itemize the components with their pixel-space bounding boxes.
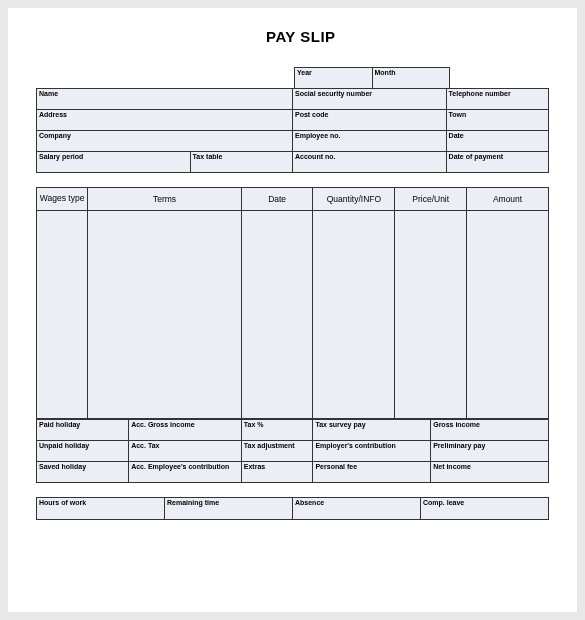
col-quantity: Quantity/INFO xyxy=(313,188,395,211)
salary-period-cell: Salary period xyxy=(37,152,191,173)
tax-percent: Tax % xyxy=(241,420,313,441)
unpaid-holiday: Unpaid holiday xyxy=(37,441,129,462)
acc-employees-contribution: Acc. Employee's contribution xyxy=(129,462,242,483)
gross-income: Gross income xyxy=(431,420,549,441)
ssn-cell: Social security number xyxy=(292,89,446,110)
personal-fee: Personal fee xyxy=(313,462,431,483)
wages-table: Wages type Terms Date Quantity/INFO Pric… xyxy=(36,187,549,419)
hours-of-work: Hours of work xyxy=(37,498,165,520)
wages-body-1 xyxy=(37,211,88,419)
extras: Extras xyxy=(241,462,313,483)
employee-no-cell: Employee no. xyxy=(292,131,446,152)
acc-tax: Acc. Tax xyxy=(129,441,242,462)
name-cell: Name xyxy=(37,89,293,110)
comp-leave: Comp. leave xyxy=(421,498,549,520)
account-no-cell: Account no. xyxy=(292,152,446,173)
year-month-table: Year Month xyxy=(294,67,450,89)
footer-table: Hours of work Remaining time Absence Com… xyxy=(36,497,549,520)
preliminary-pay: Preliminary pay xyxy=(431,441,549,462)
saved-holiday: Saved holiday xyxy=(37,462,129,483)
month-cell: Month xyxy=(372,68,450,89)
wages-body-2 xyxy=(88,211,242,419)
date-cell: Date xyxy=(446,131,548,152)
info-table: Name Social security number Telephone nu… xyxy=(36,88,549,173)
col-terms: Terms xyxy=(88,188,242,211)
col-wages-type: Wages type xyxy=(37,188,88,211)
year-cell: Year xyxy=(295,68,373,89)
wages-body-4 xyxy=(313,211,395,419)
absence: Absence xyxy=(293,498,421,520)
postcode-cell: Post code xyxy=(292,110,446,131)
tax-table-cell: Tax table xyxy=(190,152,292,173)
tax-adjustment: Tax adjustment xyxy=(241,441,313,462)
col-date: Date xyxy=(241,188,313,211)
remaining-time: Remaining time xyxy=(165,498,293,520)
telephone-cell: Telephone number xyxy=(446,89,548,110)
wages-body-5 xyxy=(395,211,467,419)
acc-gross-income: Acc. Gross income xyxy=(129,420,242,441)
wages-body-6 xyxy=(467,211,549,419)
town-cell: Town xyxy=(446,110,548,131)
address-cell: Address xyxy=(37,110,293,131)
paid-holiday: Paid holiday xyxy=(37,420,129,441)
col-amount: Amount xyxy=(467,188,549,211)
payslip-page: PAY SLIP Year Month Name Social security… xyxy=(8,8,577,612)
tax-survey-pay: Tax survey pay xyxy=(313,420,431,441)
year-month-wrap: Year Month xyxy=(36,67,549,89)
summary-table: Paid holiday Acc. Gross income Tax % Tax… xyxy=(36,419,549,483)
employers-contribution: Employer's contribution xyxy=(313,441,431,462)
company-cell: Company xyxy=(37,131,293,152)
net-income: Net income xyxy=(431,462,549,483)
date-of-payment-cell: Date of payment xyxy=(446,152,548,173)
page-title: PAY SLIP xyxy=(266,28,549,45)
wages-body-3 xyxy=(241,211,313,419)
col-priceunit: Price/Unit xyxy=(395,188,467,211)
